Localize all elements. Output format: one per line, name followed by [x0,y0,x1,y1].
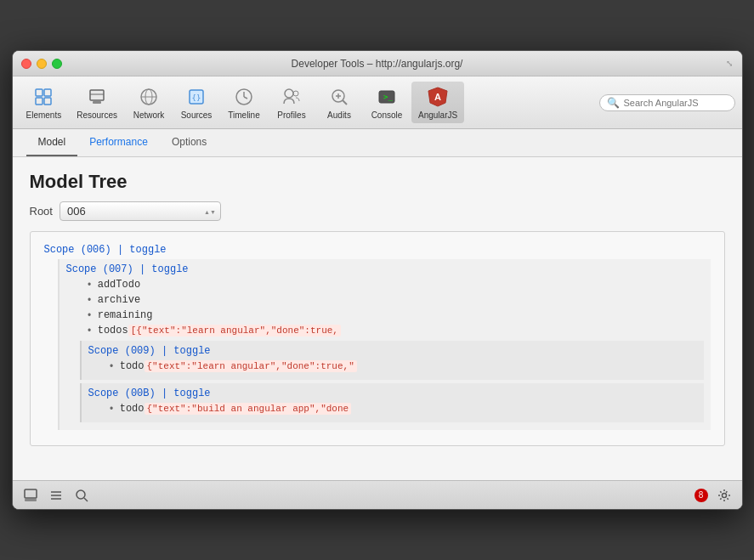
scope-009-toggle[interactable]: toggle [173,345,210,357]
settings-button[interactable] [715,486,734,505]
root-row: Root 006 007 009 00B [30,201,725,221]
svg-rect-4 [90,90,104,100]
svg-rect-25 [25,489,37,498]
scope-007-header: Scope (007) | toggle [66,263,704,275]
tab-options[interactable]: Options [160,129,218,156]
scope-009-separator: | [162,345,173,357]
svg-line-14 [244,97,247,99]
bottom-left [21,486,91,505]
maximize-button[interactable] [52,59,62,69]
scope-007-body: • addTodo • archive • remaining [66,279,704,422]
svg-rect-1 [44,89,51,96]
sub-tabs: Model Performance Options [13,129,742,157]
root-select[interactable]: 006 007 009 00B [60,201,221,221]
toolbar-elements[interactable]: Elements [20,82,69,123]
audits-icon [327,85,351,109]
search-icon: 🔍 [607,97,620,109]
scope-007-item-addTodo: • addTodo [80,279,704,291]
scope-009: Scope (009) | toggle • todo {"text":"lea… [80,341,704,380]
svg-line-18 [343,100,347,105]
resources-label: Resources [77,110,117,120]
scope-009-header: Scope (009) | toggle [88,345,697,357]
scope-00B-link[interactable]: Scope (00B) [88,387,156,399]
scope-007-toggle[interactable]: toggle [151,263,188,275]
svg-rect-6 [93,101,101,104]
item-value-todos: [{"text":"learn angular","done":true, [128,325,341,337]
error-badge: 8 [694,489,708,502]
scope-006: Scope (006) | toggle Scope (007) | toggl… [37,239,717,438]
minimize-button[interactable] [37,59,47,69]
tab-performance[interactable]: Performance [77,129,160,156]
scope-00B-item-todo: • todo {"text":"build an angular app","d… [102,403,697,416]
window-title: Developer Tools – http://angularjs.org/ [292,58,463,70]
scope-006-link[interactable]: Scope (006) [44,244,111,256]
scope-009-item-todo: • todo {"text":"learn angular","done":tr… [102,360,697,373]
timeline-label: Timeline [228,110,259,120]
tree-area: Scope (006) | toggle Scope (007) | toggl… [30,231,725,446]
scope-007-separator: | [139,263,151,275]
scope-006-body: Scope (007) | toggle • addTodo • ar [44,259,711,430]
bottom-bar: 8 [13,480,742,509]
item-key-todos: todos [98,325,128,337]
item-key-remaining: remaining [98,309,153,321]
item-key-addTodo: addTodo [98,279,140,291]
profiles-label: Profiles [277,110,305,120]
svg-point-15 [285,89,293,98]
sources-label: Sources [181,110,213,120]
root-select-wrapper[interactable]: 006 007 009 00B [60,201,221,221]
root-label: Root [30,205,53,218]
title-bar: Developer Tools – http://angularjs.org/ … [13,51,742,76]
scope-009-link[interactable]: Scope (009) [88,345,156,357]
scope-00B: Scope (00B) | toggle • todo {"text":"bui… [80,383,704,422]
scope-007-item-archive: • archive [80,294,704,307]
scope-006-separator: | [117,244,129,256]
toolbar-network[interactable]: Network [126,82,172,123]
close-button[interactable] [21,59,31,69]
devtools-window: Developer Tools – http://angularjs.org/ … [12,50,743,510]
resize-button[interactable]: ⤡ [723,58,735,70]
item-value-todo-009: {"text":"learn angular","done":true," [145,360,357,372]
search-bottom-button[interactable] [72,486,91,505]
bullet: • [87,310,93,322]
angularjs-icon: A [426,85,450,109]
scope-009-body: • todo {"text":"learn angular","done":tr… [88,360,697,373]
angularjs-label: AngularJS [418,110,457,120]
toolbar-audits[interactable]: Audits [316,82,362,123]
item-key-todo-009: todo [120,360,145,372]
tab-model[interactable]: Model [26,129,78,156]
svg-point-16 [293,91,298,96]
scope-007: Scope (007) | toggle • addTodo • ar [58,259,711,430]
dock-button[interactable] [21,486,40,505]
toolbar-sources[interactable]: {} Sources [173,82,219,123]
console-icon: >_ [375,85,399,109]
svg-rect-2 [36,98,43,105]
toolbar-console[interactable]: >_ Console [364,82,410,123]
search-box[interactable]: 🔍 [599,94,735,111]
item-key-todo-00B: todo [120,403,145,415]
svg-rect-3 [44,98,51,105]
bullet: • [87,280,93,291]
svg-point-30 [77,490,85,499]
toolbar-resources[interactable]: Resources [70,82,124,123]
scope-006-toggle[interactable]: toggle [129,244,166,256]
svg-point-32 [722,493,726,497]
toolbar-profiles[interactable]: Profiles [269,82,315,123]
scope-007-link[interactable]: Scope (007) [66,263,133,275]
resources-icon [85,85,109,109]
search-input[interactable] [624,98,734,108]
audits-label: Audits [327,110,351,120]
elements-label: Elements [26,110,62,120]
page-title: Model Tree [30,171,725,193]
item-value-todo-00B: {"text":"build an angular app","done [145,403,352,415]
toolbar-angularjs[interactable]: A AngularJS [411,82,464,123]
svg-text:{}: {} [192,93,201,102]
list-button[interactable] [47,486,65,505]
item-key-archive: archive [98,294,140,306]
elements-icon [31,85,55,109]
timeline-icon [232,85,256,109]
scope-00B-toggle[interactable]: toggle [173,387,210,399]
traffic-lights [21,59,62,69]
console-label: Console [371,110,403,120]
toolbar-timeline[interactable]: Timeline [221,82,267,123]
main-content: Model Tree Root 006 007 009 00B Scope (0… [13,157,742,480]
